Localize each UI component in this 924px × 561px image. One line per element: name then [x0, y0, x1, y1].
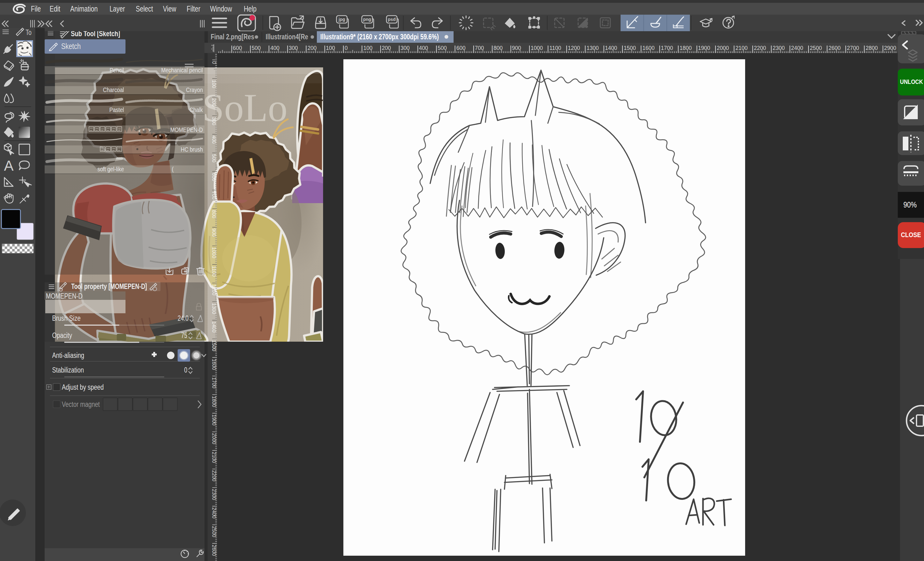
- svg-text:2200: 2200: [754, 45, 766, 51]
- svg-text:500: 500: [252, 45, 261, 51]
- svg-text:1700: 1700: [661, 45, 673, 51]
- svg-text:200: 200: [382, 45, 391, 51]
- svg-text:2500: 2500: [810, 45, 822, 51]
- svg-text:600: 600: [233, 45, 242, 51]
- svg-text:700: 700: [475, 45, 484, 51]
- svg-text:0: 0: [345, 45, 348, 51]
- svg-text:2000: 2000: [717, 45, 729, 51]
- svg-text:800: 800: [494, 45, 502, 51]
- svg-text:300: 300: [400, 45, 410, 51]
- svg-text:To: To: [26, 28, 32, 36]
- svg-text:1900: 1900: [698, 45, 710, 51]
- svg-text:900: 900: [512, 45, 521, 51]
- svg-text:1200: 1200: [568, 45, 580, 51]
- svg-text:1300: 1300: [586, 45, 599, 51]
- svg-text:1800: 1800: [680, 45, 692, 51]
- svg-text:200: 200: [308, 45, 316, 51]
- svg-text:1000: 1000: [531, 45, 543, 51]
- svg-text:400: 400: [419, 45, 428, 51]
- svg-text:1100: 1100: [549, 45, 561, 51]
- svg-text:png: png: [363, 17, 371, 22]
- svg-text:1600: 1600: [642, 45, 655, 51]
- svg-text:100: 100: [326, 45, 335, 51]
- svg-text:2700: 2700: [847, 45, 859, 51]
- svg-text:2800: 2800: [866, 45, 878, 51]
- svg-text:1500: 1500: [624, 45, 636, 51]
- svg-text:1400: 1400: [605, 45, 617, 51]
- svg-text:500: 500: [438, 45, 447, 51]
- svg-text:400: 400: [270, 45, 279, 51]
- svg-text:2600: 2600: [828, 45, 841, 51]
- svg-text:psd: psd: [388, 17, 396, 22]
- svg-text:2100: 2100: [735, 45, 748, 51]
- svg-text:A: A: [4, 157, 14, 174]
- svg-text:300: 300: [289, 45, 298, 51]
- svg-text:2400: 2400: [791, 45, 803, 51]
- svg-text:600: 600: [456, 45, 465, 51]
- svg-text:100: 100: [363, 45, 372, 51]
- svg-text:2300: 2300: [772, 45, 785, 51]
- svg-text:jpg: jpg: [338, 17, 345, 22]
